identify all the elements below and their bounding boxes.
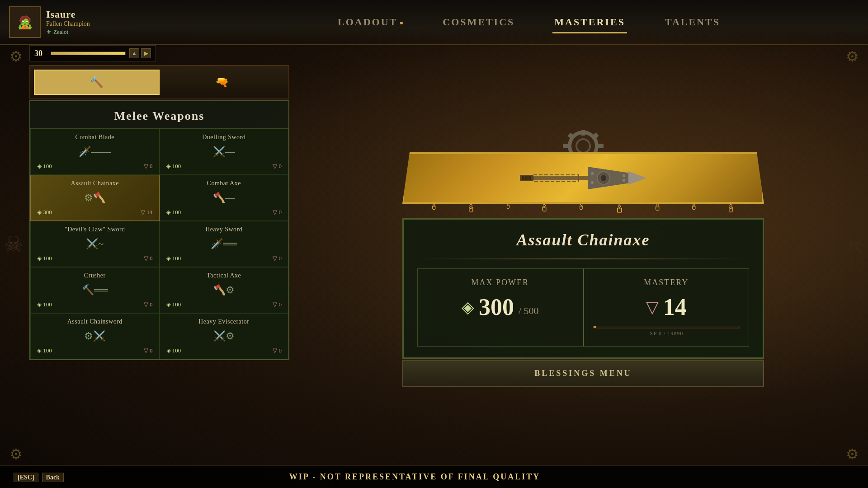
weapon-icon-area-assault-chainsword: ⚙⚔️ (37, 328, 153, 344)
weapon-name-devils-claw-sword: "Devil's Claw" Sword (37, 226, 153, 233)
heavy-eviscerator-icon: ⚔️⚙ (213, 330, 235, 342)
weapon-item-heavy-eviscerator[interactable]: Heavy Eviscerator ⚔️⚙ ◈ 100 ▽ 0 (160, 313, 289, 359)
power-assault-chainaxe: ◈ 300 (37, 209, 52, 216)
bottom-bar: [ESC] Back WIP - NOT REPRESENTATIVE OF F… (0, 465, 868, 488)
weapon-stats-crusher: ◈ 100 ▽ 0 (37, 301, 153, 308)
svg-point-23 (623, 179, 625, 182)
mastery-tactical-axe: ▽ 0 (273, 301, 282, 308)
level-prev-button[interactable]: ▲ (129, 48, 139, 58)
mastery-heavy-sword: ▽ 0 (273, 255, 282, 262)
duelling-sword-icon: ⚔️— (213, 146, 235, 158)
power-combat-axe: ◈ 100 (166, 209, 181, 216)
weapon-item-combat-blade[interactable]: Combat Blade 🗡️—— ◈ 100 ▽ 0 (30, 129, 160, 175)
weapon-item-duelling-sword[interactable]: Duelling Sword ⚔️— ◈ 100 ▽ 0 (160, 129, 289, 175)
class-icon: ⚜ (46, 28, 52, 36)
back-label: Back (42, 473, 64, 482)
char-class: ⚜ Zealot (46, 28, 90, 36)
weapon-stats-combat-axe: ◈ 100 ▽ 0 (166, 209, 282, 216)
tab-melee[interactable]: 🔨 (34, 70, 160, 95)
blessings-menu-button[interactable]: BLESSINGS MENU (402, 360, 764, 387)
power-tactical-axe: ◈ 100 (166, 301, 181, 308)
weapon-item-combat-axe[interactable]: Combat Axe 🪓— ◈ 100 ▽ 0 (160, 175, 289, 221)
detail-divider (417, 258, 749, 259)
weapon-stats-assault-chainsword: ◈ 100 ▽ 0 (37, 347, 153, 354)
combat-blade-icon: 🗡️—— (79, 146, 111, 158)
level-fill (51, 52, 125, 55)
weapon-name-crusher: Crusher (37, 272, 153, 279)
mastery-crusher: ▽ 0 (144, 301, 153, 308)
weapon-item-assault-chainaxe[interactable]: Assault Chainaxe ⚙🪓 ◈ 300 ▽ 14 (30, 175, 160, 221)
weapon-stats-devils-claw-sword: ◈ 100 ▽ 0 (37, 255, 153, 262)
weapon-icon-area-tactical-axe: 🪓⚙ (166, 282, 282, 298)
melee-icon: 🔨 (90, 76, 104, 89)
weapon-name-combat-axe: Combat Axe (166, 180, 282, 187)
weapons-panel-title: Melee Weapons (30, 101, 288, 129)
power-duelling-sword: ◈ 100 (166, 163, 181, 170)
mastery-heavy-eviscerator: ▽ 0 (273, 347, 282, 354)
mastery-xp-fill (594, 326, 596, 328)
mastery-assault-chainsword: ▽ 0 (144, 347, 153, 354)
assault-chainaxe-icon: ⚙🪓 (84, 192, 105, 204)
weapon-item-tactical-axe[interactable]: Tactical Axe 🪓⚙ ◈ 100 ▽ 0 (160, 267, 289, 313)
weapon-stats-heavy-eviscerator: ◈ 100 ▽ 0 (166, 347, 282, 354)
mastery-devils-claw-sword: ▽ 0 (144, 255, 153, 262)
svg-rect-16 (525, 176, 528, 180)
weapon-name-assault-chainaxe: Assault Chainaxe (37, 180, 153, 187)
weapon-item-devils-claw-sword[interactable]: "Devil's Claw" Sword ⚔️~ ◈ 100 ▽ 0 (30, 221, 160, 267)
char-title: Fallen Champion (46, 20, 90, 28)
avatar-icon: 🧟 (17, 15, 33, 30)
level-bar: 30 ▲ ▶ (29, 45, 156, 61)
svg-point-19 (600, 175, 607, 181)
weapon-stats-combat-blade: ◈ 100 ▽ 0 (37, 163, 153, 170)
level-next-button[interactable]: ▶ (141, 48, 151, 58)
tab-ranged[interactable]: 🔫 (160, 70, 285, 95)
power-crusher: ◈ 100 (37, 301, 52, 308)
weapon-icon-area-combat-axe: 🪓— (166, 190, 282, 206)
weapon-illustration (515, 162, 651, 194)
mastery-xp-bar (593, 326, 740, 328)
power-label: Max Power (427, 278, 574, 287)
svg-point-20 (591, 172, 594, 175)
stat-box-power: Max Power ◈ 300 / 500 (417, 268, 583, 347)
combat-axe-icon: 🪓— (213, 192, 235, 204)
weapon-item-heavy-sword[interactable]: Heavy Sword 🗡️══ ◈ 100 ▽ 0 (160, 221, 289, 267)
character-info: 🧟 Isaure Fallen Champion ⚜ Zealot (0, 6, 190, 38)
mastery-icon: ▽ (646, 298, 659, 317)
tab-loadout[interactable]: LOADOUT (336, 13, 405, 32)
svg-rect-2 (581, 130, 585, 136)
weapon-stats-heavy-sword: ◈ 100 ▽ 0 (166, 255, 282, 262)
altar-decoration: 🕯 🕯 🕯 🕯 🕯 🕯 🕯 🕯 🕯 (402, 123, 764, 216)
tab-talents[interactable]: TALENTS (663, 13, 722, 32)
devils-claw-icon: ⚔️~ (86, 238, 104, 250)
stat-box-mastery: Mastery ▽ 14 XP 0 / 19890 (583, 268, 750, 347)
esc-key: [ESC] (14, 473, 38, 482)
weapon-name-duelling-sword: Duelling Sword (166, 134, 282, 141)
tab-cosmetics[interactable]: COSMETICS (441, 13, 516, 32)
mastery-xp-label: XP 0 / 19890 (593, 330, 740, 337)
corner-tr: ⚙ (841, 45, 863, 68)
weapon-item-assault-chainsword[interactable]: Assault Chainsword ⚙⚔️ ◈ 100 ▽ 0 (30, 313, 160, 359)
svg-rect-5 (563, 144, 568, 148)
weapon-item-crusher[interactable]: Crusher 🔨══ ◈ 100 ▽ 0 (30, 267, 160, 313)
mastery-value: 14 (663, 294, 687, 320)
nav-tabs: LOADOUT COSMETICS MASTERIES TALENTS (190, 13, 868, 32)
class-label: Zealot (53, 28, 68, 36)
back-hint: [ESC] Back (14, 473, 66, 481)
power-combat-blade: ◈ 100 (37, 163, 52, 170)
level-number: 30 (34, 49, 47, 58)
weapon-name-tactical-axe: Tactical Axe (166, 272, 282, 279)
corner-bl: ⚙ (5, 443, 27, 465)
weapon-icon-area-assault-chainaxe: ⚙🪓 (37, 190, 153, 206)
tactical-axe-icon: 🪓⚙ (213, 284, 235, 296)
mastery-combat-blade: ▽ 0 (144, 163, 153, 170)
mastery-assault-chainaxe: ▽ 14 (141, 209, 152, 216)
power-total: / 500 (519, 305, 539, 317)
gold-plate (402, 152, 764, 204)
weapons-panel: Melee Weapons Combat Blade 🗡️—— ◈ 100 ▽ … (29, 100, 289, 360)
svg-point-22 (623, 174, 625, 177)
tab-masteries[interactable]: MASTERIES (552, 13, 627, 32)
left-side-decoration: ☠ (4, 231, 23, 257)
top-bar: 🧟 Isaure Fallen Champion ⚜ Zealot LOADOU… (0, 0, 868, 45)
wip-text: WIP - NOT REPRESENTATIVE OF FINAL QUALIT… (66, 472, 764, 482)
level-track (51, 52, 126, 55)
